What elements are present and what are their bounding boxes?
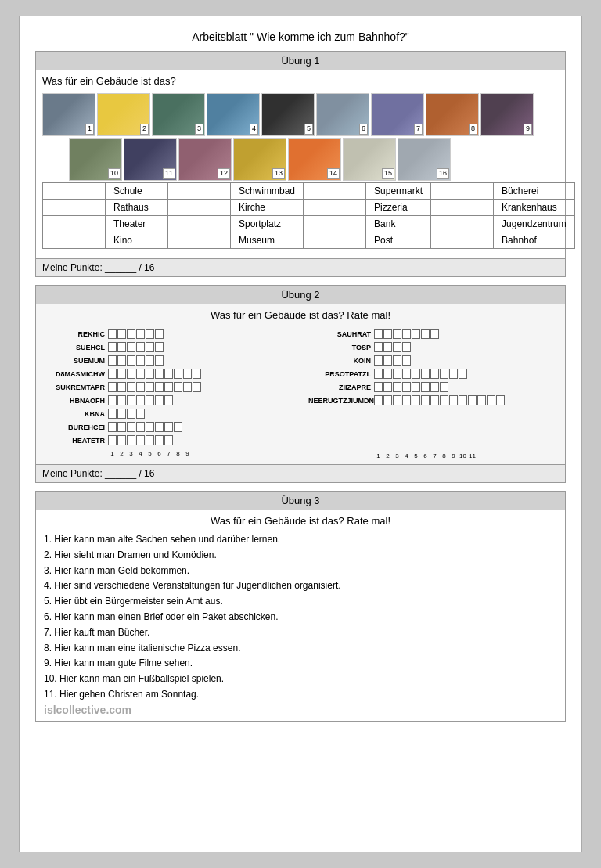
anagram-hbnaofh: HBNAOFH [42, 395, 293, 405]
list-item-7: 7. Hier kauft man Bücher. [44, 626, 557, 639]
anagram-prsotpatzl: PRSOTPATZL [308, 369, 559, 379]
section-ubung2: Übung 2 Was für ein Gebäude ist das? Rat… [35, 285, 566, 483]
anagram-dbmasmichw: D8MASMICHW [42, 369, 293, 379]
ubung1-header: Übung 1 [36, 52, 565, 70]
num-cell [431, 200, 494, 216]
num-cell [431, 216, 494, 232]
vocab-kirche: Kirche [231, 200, 304, 216]
ubung3-question: Was für ein Gebäude ist das? Rate mal! [44, 515, 557, 527]
number-row: 1 2 3 4 5 6 7 8 9 [42, 450, 293, 457]
num-cell [43, 200, 106, 216]
list-item-9: 9. Hier kann man gute Filme sehen. [44, 657, 557, 670]
num-cell [304, 216, 366, 232]
photo-7: 7 [371, 93, 424, 136]
num-cell [43, 216, 106, 232]
num-cell [304, 200, 366, 216]
num-cell [168, 232, 231, 249]
vocab-schwimmbad: Schwimmbad [231, 183, 304, 200]
anagram-suemum: SUEMUM [42, 355, 293, 366]
ubung2-left-col: REKHIC SUEHCL SUEMUM [42, 329, 293, 459]
list-item-11: 11. Hier gehen Christen am Sonntag. [44, 688, 557, 701]
num-cell [431, 232, 494, 249]
vocab-bank: Bank [366, 216, 431, 232]
photo-9: 9 [480, 93, 534, 136]
ubung1-question: Was für ein Gebäude ist das? [42, 75, 559, 87]
list-item-3: 3. Hier kann man Geld bekommen. [44, 564, 557, 578]
vocab-kino: Kino [106, 232, 168, 249]
vocab-schule: Schule [106, 183, 168, 200]
photo-16: 16 [398, 138, 451, 181]
num-cell [168, 200, 231, 216]
num-cell [43, 232, 106, 249]
list-item-6: 6. Hier kann man einen Brief oder ein Pa… [44, 610, 557, 624]
photo-8: 8 [426, 93, 479, 136]
number-row-right: 1 2 3 4 5 6 7 8 9 10 11 [308, 452, 559, 459]
anagram-burehcei: BUREHCEI [42, 422, 293, 432]
photo-row-2: 10 11 12 13 14 [42, 138, 559, 181]
num-cell [304, 232, 366, 249]
photo-2: 2 [97, 93, 150, 136]
vocab-rathaus: Rathaus [106, 200, 168, 216]
anagram-tosp: TOSP [308, 342, 559, 352]
photo-12: 12 [178, 138, 232, 181]
vocab-supermarkt: Supermarkt [366, 183, 431, 200]
vocab-theater: Theater [106, 216, 168, 232]
ubung2-header: Übung 2 [36, 286, 565, 304]
watermark: islcollective.com [44, 704, 557, 716]
num-cell [304, 183, 366, 200]
ubung2-punkte: Meine Punkte: ______ / 16 [36, 464, 565, 482]
list-item-10: 10. Hier kann man ein Fußballspiel spiel… [44, 672, 557, 686]
photo-6: 6 [316, 93, 369, 136]
photo-row-1: 1 2 3 4 5 [42, 93, 559, 136]
num-cell [168, 183, 231, 200]
page-title: Arbeitsblatt " Wie komme ich zum Bahnhof… [35, 31, 566, 43]
section-ubung3: Übung 3 Was für ein Gebäude ist das? Rat… [35, 491, 566, 722]
num-cell [43, 183, 106, 200]
photo-11: 11 [124, 138, 177, 181]
list-item-5: 5. Hier übt ein Bürgermeister sein Amt a… [44, 595, 557, 608]
vocab-pizzeria: Pizzeria [366, 200, 431, 216]
num-cell [168, 216, 231, 232]
anagram-neerugtzjiumdn: NEERUGTZJIUMDN [308, 395, 559, 405]
photo-10: 10 [69, 138, 122, 181]
anagram-koin: KOIN [308, 355, 559, 366]
ubung3-header: Übung 3 [36, 492, 565, 510]
photo-14: 14 [288, 138, 341, 181]
photo-3: 3 [152, 93, 205, 136]
list-item-2: 2. Hier sieht man Dramen und Komödien. [44, 549, 557, 562]
photo-13: 13 [233, 138, 286, 181]
ubung3-list: 1. Hier kann man alte Sachen sehen und d… [44, 533, 557, 701]
vocab-post: Post [366, 232, 431, 249]
anagram-kbna: KBNA [42, 409, 293, 419]
photo-15: 15 [343, 138, 396, 181]
list-item-1: 1. Hier kann man alte Sachen sehen und d… [44, 533, 557, 546]
ubung2-columns: REKHIC SUEHCL SUEMUM [42, 329, 559, 459]
num-cell [431, 183, 494, 200]
ubung2-question: Was für ein Gebäude ist das? Rate mal! [42, 309, 559, 321]
vocab-bahnhof: Bahnhof [494, 232, 575, 249]
vocab-bucherei: Bücherei [494, 183, 575, 200]
list-item-8: 8. Hier kann man eine italienische Pizza… [44, 642, 557, 655]
anagram-ziizapre: ZIIZAPRE [308, 382, 559, 392]
vocab-krankenhaus: Krankenhaus [494, 200, 575, 216]
vocab-jugendzentrum: Jugendzentrum [494, 216, 575, 232]
list-item-4: 4. Hier sind verschiedene Veranstaltunge… [44, 579, 557, 592]
ubung2-right-col: SAUHRAT TOSP KOIN [308, 329, 559, 459]
ubung1-punkte: Meine Punkte: ______ / 16 [36, 258, 565, 276]
anagram-sauhrat: SAUHRAT [308, 329, 559, 339]
anagram-heatetr: HEATETR [42, 435, 293, 445]
anagram-rekhic: REKHIC [42, 329, 293, 339]
worksheet-page: Arbeitsblatt " Wie komme ich zum Bahnhof… [19, 16, 582, 852]
vocab-table: Schule Schwimmbad Supermarkt Bücherei Ra… [42, 182, 575, 249]
vocab-sportplatz: Sportplatz [231, 216, 304, 232]
vocab-museum: Museum [231, 232, 304, 249]
photo-4: 4 [207, 93, 260, 136]
anagram-suehcl: SUEHCL [42, 342, 293, 352]
anagram-sukremtapr: SUKREMTAPR [42, 382, 293, 392]
photo-5: 5 [261, 93, 315, 136]
photo-1: 1 [42, 93, 95, 136]
section-ubung1: Übung 1 Was für ein Gebäude ist das? 1 2… [35, 51, 566, 277]
